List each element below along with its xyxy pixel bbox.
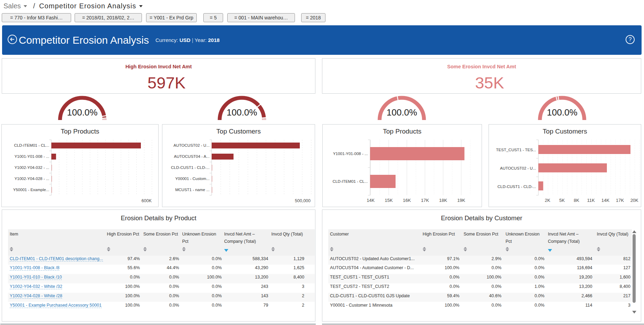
svg-text:Y1001-Y01-008 - ...: Y1001-Y01-008 - ... <box>15 154 49 159</box>
svg-text:2K: 2K <box>545 198 550 203</box>
svg-text:20K: 20K <box>630 198 638 203</box>
svg-text:18K: 18K <box>439 198 447 203</box>
svg-text:Y50001 - Example...: Y50001 - Example... <box>13 188 49 192</box>
svg-text:500,000: 500,000 <box>295 198 311 203</box>
svg-text:Y1002-Y04-028 - ...: Y1002-Y04-028 - ... <box>15 177 49 181</box>
svg-text:14K: 14K <box>601 198 609 203</box>
svg-text:17K: 17K <box>616 198 624 203</box>
svg-text:Y1002-Y04-032 - ...: Y1002-Y04-032 - ... <box>15 165 49 170</box>
svg-text:19K: 19K <box>457 198 465 203</box>
svg-text:11K: 11K <box>587 198 595 203</box>
svg-text:5K: 5K <box>559 198 565 203</box>
svg-text:Y1001-Y01-008 - ...: Y1001-Y01-008 - ... <box>333 152 368 156</box>
svg-text:17K: 17K <box>421 198 429 203</box>
svg-text:AUTOCUST02 - U...: AUTOCUST02 - U... <box>173 143 210 147</box>
svg-text:15K: 15K <box>385 198 393 203</box>
svg-text:TEST_CUST1 - TES...: TEST_CUST1 - TES... <box>496 148 536 152</box>
svg-text:14K: 14K <box>367 198 375 203</box>
svg-text:MCUST1 - name ...: MCUST1 - name ... <box>175 188 210 192</box>
svg-text:CLD-CUST1 - CLD-...: CLD-CUST1 - CLD-... <box>498 185 536 189</box>
svg-text:CLD-CUST1 - CLD-...: CLD-CUST1 - CLD-... <box>171 165 210 170</box>
svg-text:8K: 8K <box>574 198 579 203</box>
svg-text:AUTOCUST02 - U...: AUTOCUST02 - U... <box>500 166 536 170</box>
svg-text:Y00001 - Custom...: Y00001 - Custom... <box>175 177 210 181</box>
svg-text:AUTOCUST04 - A...: AUTOCUST04 - A... <box>174 154 210 159</box>
svg-text:CLD-ITEM01 - CL...: CLD-ITEM01 - CL... <box>332 179 368 183</box>
svg-text:16K: 16K <box>403 198 411 203</box>
svg-text:CLD-ITEM01 - CL...: CLD-ITEM01 - CL... <box>14 143 49 147</box>
svg-text:600K: 600K <box>142 198 152 203</box>
